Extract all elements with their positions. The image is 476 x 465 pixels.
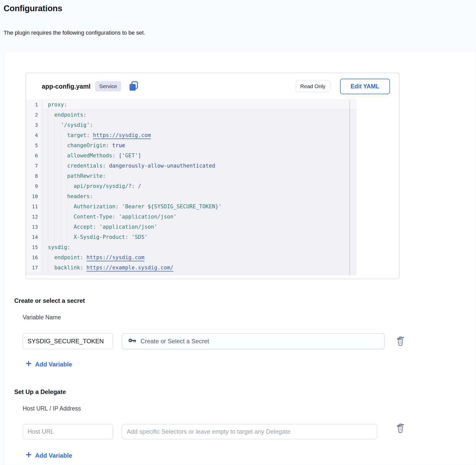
code-line: 14X-Sysdig-Product: 'SDS' [26,232,356,242]
indent-guide [54,201,54,212]
variable-name-input[interactable] [23,333,113,349]
indent-guide [67,181,67,191]
indent-guide [54,171,54,181]
edit-yaml-button[interactable]: Edit YAML [340,79,390,94]
indent-guide [54,140,54,151]
secret-section-heading: Create or select a secret [14,297,85,304]
plus-icon [25,452,32,459]
code-token: backlink [54,265,80,271]
line-number: 14 [26,232,42,242]
code-token: Content-Type [74,214,112,220]
code-line-content: pathRewrite: [42,171,356,181]
code-line: 5changeOrigin: true [26,140,356,151]
code-link[interactable]: https://sysdig.com [87,254,145,261]
indent-guide [54,181,54,191]
code-token: : [106,142,112,148]
indent-guide [48,161,48,171]
code-token: 'Bearer ${SYSDIG_SECURE_TOKEN}' [122,203,222,210]
add-variable-label: Add Variable [35,361,72,368]
code-line-content: sysdig: [42,242,356,252]
line-number: 6 [26,151,42,161]
service-badge: Service [95,81,121,91]
code-line: 4target: https://sysdig.com [26,130,356,140]
indent-guide [48,120,48,130]
code-line-content: Content-Type: 'application/json' [42,212,356,222]
indent-guide [48,201,48,212]
add-variable-button-delegate[interactable]: Add Variable [25,452,72,459]
content-panel: app-config.yaml Service Read Only Edit Y… [4,51,476,465]
copy-button[interactable] [128,80,139,92]
key-icon [128,336,136,346]
code-line: 7credentials: dangerously-allow-unauthen… [26,161,356,171]
code-line-content: api/proxy/sysdig/?: / [42,181,356,191]
code-line-content: allowedMethods: ['GET'] [42,151,356,161]
line-number: 7 [26,161,42,171]
indent-guide [67,201,67,212]
page-title: Configurations [4,4,62,13]
code-token: headers [67,193,90,199]
indent-guide [67,232,67,242]
indent-guide [61,181,61,191]
yaml-editor-card: app-config.yaml Service Read Only Edit Y… [26,73,399,279]
scrollbar-track[interactable] [349,100,350,275]
trash-icon [396,336,405,347]
code-token: changeOrigin [67,142,106,148]
secret-select-field[interactable]: Create or Select a Secret [122,333,385,349]
code-line: 10headers: [26,191,356,201]
indent-guide [48,212,48,222]
delete-variable-button[interactable] [395,335,406,347]
indent-guide [48,191,48,201]
code-token: sysdig [48,244,67,250]
code-token: proxy [48,102,64,108]
code-line-content: '/sysdig': [42,120,356,130]
code-line: 13Accept: 'application/json' [26,222,356,232]
code-token: : [112,214,119,220]
code-token: : [83,112,87,118]
code-token: : [67,244,71,250]
indent-guide [54,191,54,201]
code-token: dangerously-allow-unauthenticated [109,163,215,169]
indent-guide [48,263,48,273]
code-link[interactable]: https://example.sysdig.com/ [87,265,173,271]
code-token: : [90,193,93,199]
code-line-content: endpoint: https://sysdig.com [42,252,356,263]
line-number: 9 [26,181,42,191]
add-variable-button-secret[interactable]: Add Variable [25,360,72,368]
code-link[interactable]: https://sysdig.com [93,132,151,138]
delete-delegate-button[interactable] [395,422,406,434]
delegate-selectors-input[interactable] [122,424,377,439]
code-token: credentials [67,163,103,169]
delegate-section-heading: Set Up a Delegate [14,388,66,395]
indent-guide [61,212,61,222]
indent-guide [54,232,54,242]
line-number: 10 [26,191,42,201]
code-token: 'application/json' [99,224,157,230]
indent-guide [54,161,54,171]
indent-guide [54,151,54,161]
code-token: : [90,122,93,128]
code-line-content: target: https://sysdig.com [42,130,356,140]
host-url-input[interactable] [23,424,113,439]
code-line: 16endpoint: https://sysdig.com [26,252,356,263]
code-token: : [132,183,138,189]
code-token: : [87,132,93,138]
indent-guide [54,130,54,140]
code-token: 'SDS' [132,234,148,240]
indent-guide [48,222,48,232]
code-line: 17backlink: https://example.sysdig.com/ [26,263,356,273]
trash-icon [396,423,405,434]
line-number: 5 [26,140,42,151]
line-number: 17 [26,263,42,273]
code-token: : [103,163,109,169]
code-line: 15sysdig: [26,242,356,252]
code-token: : [116,203,122,210]
code-token: : [64,102,67,108]
indent-guide [54,120,54,130]
code-token: Authorization [74,203,115,210]
indent-guide [48,110,48,120]
code-token: X-Sysdig-Product [74,234,125,240]
line-number: 2 [26,110,42,120]
code-line: 3'/sysdig': [26,120,356,130]
line-number: 11 [26,201,42,212]
code-line: 2endpoints: [26,110,356,120]
